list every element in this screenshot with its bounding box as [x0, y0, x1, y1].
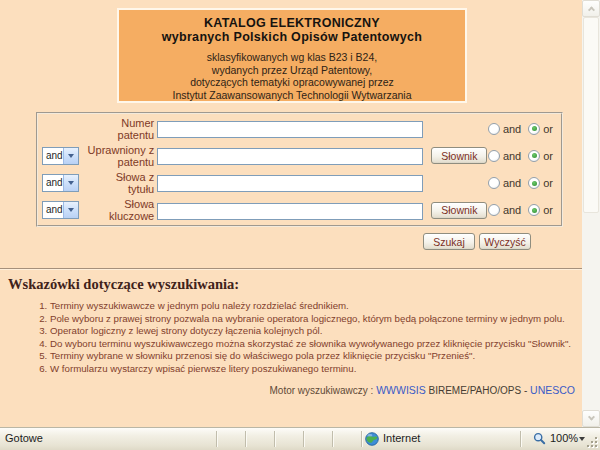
- radio-group: and or: [488, 204, 561, 216]
- tip-item: W formularzu wystarczy wpisać pierwsze l…: [50, 363, 580, 376]
- catalog-header-panel: KATALOG ELEKTRONICZNY wybranych Polskich…: [117, 8, 467, 103]
- radio-and-label: and: [503, 204, 521, 216]
- patent-owner-input[interactable]: [157, 148, 423, 165]
- tip-item: Do wyboru terminu wyszukiwawczego można …: [50, 338, 580, 351]
- statusbar-divider: [520, 431, 522, 447]
- page-content: KATALOG ELEKTRONICZNY wybranych Polskich…: [0, 0, 582, 427]
- radio-and[interactable]: [488, 150, 500, 162]
- scroll-down-button[interactable]: [582, 410, 600, 427]
- radio-or-label: or: [543, 150, 553, 162]
- catalog-subtitle: sklasyfikowanych wg klas B23 i B24, wyda…: [119, 51, 465, 101]
- tips-heading: Wskazówki dotyczące wyszukiwania:: [8, 276, 239, 293]
- radio-group: and or: [488, 177, 561, 189]
- security-zone-label[interactable]: Internet: [383, 428, 420, 449]
- statusbar-divider: [361, 431, 363, 447]
- tip-item: Pole wyboru z prawej strony pozwala na w…: [50, 313, 580, 326]
- tip-item: Terminy wyszukiwawcze w jednym polu nale…: [50, 300, 580, 313]
- credit-label: Motor wyszukiwawczy :: [269, 385, 373, 396]
- radio-or-label: or: [543, 204, 553, 216]
- zoom-level[interactable]: 100%: [550, 428, 578, 449]
- form-row-uprawniony: and Uprawniony z patentu Słownik and or: [38, 142, 561, 169]
- operator-select[interactable]: and: [42, 201, 79, 219]
- statusbar-divider: [216, 431, 218, 447]
- zoom-magnifier-icon: [533, 432, 546, 445]
- radio-group: and or: [488, 150, 561, 162]
- field-label: Numer patentu: [82, 117, 155, 141]
- keywords-input[interactable]: [157, 203, 423, 220]
- tip-item: Terminy wybrane w słowniku przenosi się …: [50, 350, 580, 363]
- credit-separator: -: [524, 385, 527, 396]
- statusbar-divider: [332, 431, 334, 447]
- operator-select[interactable]: and: [42, 174, 79, 192]
- radio-or[interactable]: [528, 123, 540, 135]
- search-form: Numer patentu and or and Up: [36, 112, 563, 227]
- globe-icon: [365, 432, 379, 446]
- radio-and-label: and: [503, 150, 521, 162]
- radio-or-label: or: [543, 123, 553, 135]
- field-label: Słowa kluczowe: [82, 198, 155, 222]
- radio-and-label: and: [503, 177, 521, 189]
- unesco-link[interactable]: UNESCO: [530, 384, 575, 396]
- statusbar-divider: [274, 431, 276, 447]
- zoom-dropdown-arrow-icon[interactable]: [579, 437, 585, 441]
- form-row-slowa-z-tytulu: and Słowa z tytułu and or: [38, 170, 561, 197]
- radio-or[interactable]: [528, 204, 540, 216]
- radio-or-label: or: [543, 177, 553, 189]
- chevron-down-icon: [63, 202, 78, 218]
- horizontal-rule: [0, 268, 582, 270]
- status-bar: Gotowe Internet 100%: [0, 427, 600, 450]
- radio-and[interactable]: [488, 123, 500, 135]
- scrollbar-thumb[interactable]: [583, 17, 599, 213]
- title-words-input[interactable]: [157, 175, 423, 192]
- statusbar-divider: [303, 431, 305, 447]
- subtitle-line: dotyczących tematyki opracowywanej przez: [119, 76, 465, 89]
- vertical-scrollbar[interactable]: [582, 0, 600, 427]
- catalog-title-line1: KATALOG ELEKTRONICZNY: [119, 17, 465, 31]
- chevron-down-icon: [63, 175, 78, 191]
- browser-window: KATALOG ELEKTRONICZNY wybranych Polskich…: [0, 0, 600, 450]
- szukaj-button[interactable]: Szukaj: [423, 233, 475, 250]
- radio-or[interactable]: [528, 177, 540, 189]
- operator-select[interactable]: and: [42, 147, 79, 165]
- form-row-numer-patentu: Numer patentu and or: [38, 115, 561, 142]
- radio-and[interactable]: [488, 204, 500, 216]
- credit-suffix: BIREME/PAHO/OPS: [429, 385, 522, 396]
- chevron-up-icon: [587, 6, 594, 13]
- wyczysc-button[interactable]: Wyczyść: [479, 233, 531, 250]
- tip-item: Operator logiczny z lewej strony dotyczy…: [50, 325, 580, 338]
- slownik-button[interactable]: Słownik: [431, 147, 487, 164]
- patent-number-input[interactable]: [157, 121, 423, 138]
- scroll-up-button[interactable]: [582, 0, 600, 17]
- subtitle-line: sklasyfikowanych wg klas B23 i B24,: [119, 51, 465, 64]
- form-row-slowa-kluczowe: and Słowa kluczowe Słownik and or: [38, 197, 561, 224]
- slownik-button[interactable]: Słownik: [431, 202, 487, 219]
- tips-list: Terminy wyszukiwawcze w jednym polu nale…: [0, 300, 580, 375]
- subtitle-line: Instytut Zaawansowanych Technologii Wytw…: [119, 89, 465, 102]
- field-label: Uprawniony z patentu: [82, 144, 155, 168]
- chevron-down-icon: [587, 414, 594, 421]
- radio-or[interactable]: [528, 150, 540, 162]
- chevron-down-icon: [63, 148, 78, 164]
- search-engine-credit: Motor wyszukiwawczy : WWWISIS BIREME/PAH…: [269, 384, 575, 396]
- radio-group: and or: [488, 123, 561, 135]
- statusbar-divider: [245, 431, 247, 447]
- radio-and[interactable]: [488, 177, 500, 189]
- catalog-title-line2: wybranych Polskich Opisów Patentowych: [119, 31, 465, 45]
- radio-and-label: and: [503, 123, 521, 135]
- field-label: Słowa z tytułu: [82, 171, 155, 195]
- resize-grip[interactable]: [587, 437, 599, 449]
- wwwisis-link[interactable]: WWWISIS: [376, 384, 426, 396]
- subtitle-line: wydanych przez Urząd Patentowy,: [119, 64, 465, 77]
- status-text: Gotowe: [5, 428, 43, 449]
